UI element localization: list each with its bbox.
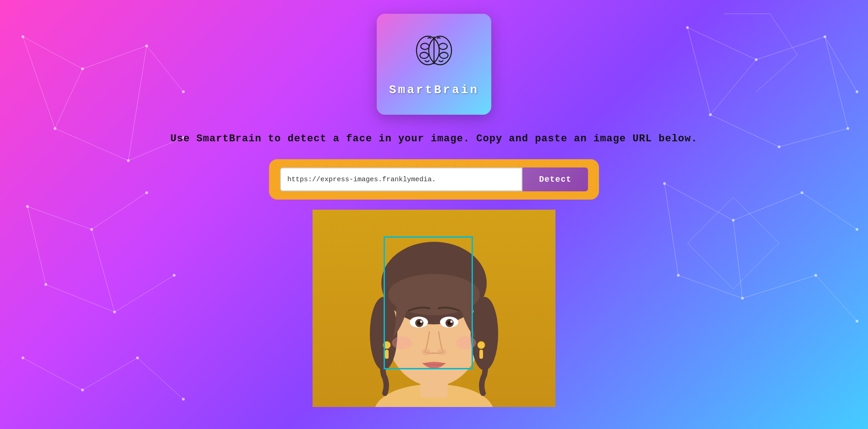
svg-point-90 [422, 349, 431, 355]
svg-rect-95 [385, 350, 389, 359]
svg-point-94 [383, 341, 390, 349]
instruction-text: Use SmartBrain to detect a face in your … [170, 133, 698, 145]
svg-point-92 [392, 336, 412, 349]
svg-point-96 [478, 341, 485, 349]
detect-button[interactable]: Detect [522, 167, 588, 191]
logo-card: SmartBrain [377, 14, 491, 115]
svg-point-72 [417, 36, 439, 64]
image-container [313, 210, 555, 407]
app-title: SmartBrain [389, 83, 479, 97]
svg-point-93 [456, 336, 476, 349]
brain-icon [413, 32, 455, 78]
face-image [313, 210, 555, 407]
svg-point-73 [429, 36, 451, 64]
url-input[interactable] [280, 167, 522, 191]
svg-point-88 [420, 321, 423, 323]
svg-point-81 [388, 274, 480, 315]
svg-point-91 [437, 349, 446, 355]
input-bar: Detect [269, 159, 599, 200]
svg-rect-97 [479, 350, 483, 359]
svg-point-89 [450, 321, 453, 323]
